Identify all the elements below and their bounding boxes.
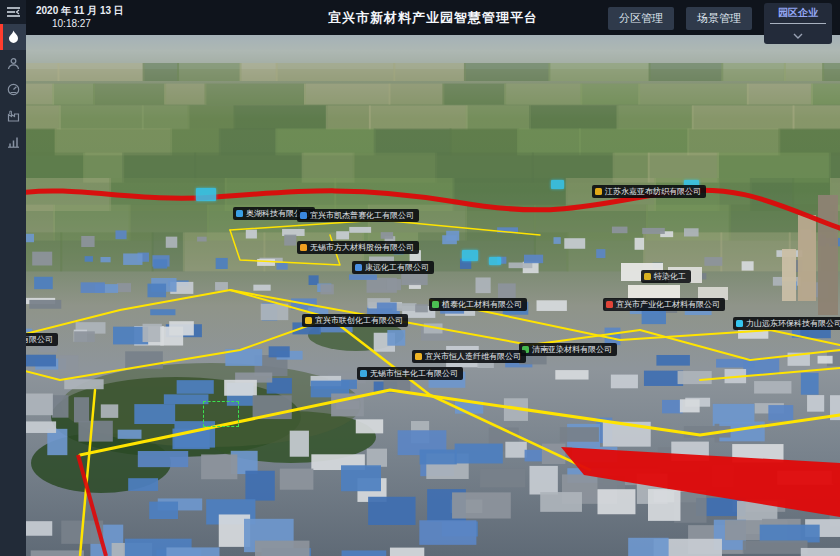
map-3d-view[interactable]: 奥湖科技有限公司宜兴市凯杰普赛化工有限公司无锡市方大材料股份有限公司康远化工有限… [26, 35, 840, 556]
scene-manage-button[interactable]: 场景管理 [686, 7, 752, 30]
header-actions: 分区管理 场景管理 园区企业 [608, 0, 832, 35]
map-company-label[interactable]: 力山远东环保科技有限公司 [733, 317, 840, 330]
sidebar [0, 0, 26, 556]
selection-box [203, 401, 239, 427]
map-company-label[interactable]: 无锡市方大材料股份有限公司 [297, 241, 419, 254]
map-company-label[interactable]: 无锡市恒丰化工有限公司 [357, 367, 463, 380]
bar-chart-icon [7, 135, 20, 148]
company-label-text: 无锡市方大材料股份有限公司 [310, 241, 414, 254]
company-label-text: 宜兴市联创化工有限公司 [315, 314, 403, 327]
company-label-text: 无锡市恒丰化工有限公司 [370, 367, 458, 380]
dropdown-divider [770, 23, 826, 24]
gauge-icon [7, 83, 20, 96]
highlighted-building-marker[interactable] [489, 257, 501, 265]
highlighted-building-marker[interactable] [196, 188, 216, 201]
map-company-label[interactable]: 宜兴市产业化工材料有限公司 [603, 298, 725, 311]
flame-icon [7, 30, 20, 44]
menu-icon [6, 6, 21, 18]
map-company-label[interactable]: 特染化工 [641, 270, 691, 283]
company-marker-icon [606, 301, 613, 308]
highlighted-building-marker[interactable] [462, 250, 478, 261]
company-label-text: 植泰化工材料有限公司 [442, 298, 522, 311]
highlighted-building-marker[interactable] [551, 180, 564, 189]
app-window: 2020 年 11 月 13 日 10:18:27 宜兴市新材料产业园智慧管理平… [0, 0, 840, 556]
map-company-label[interactable]: 兴达化工有限公司 [26, 333, 58, 346]
sidebar-item-person[interactable] [0, 50, 26, 76]
map-company-label[interactable]: 清南亚染材料有限公司 [519, 343, 617, 356]
sidebar-item-fire[interactable] [0, 24, 26, 50]
company-marker-icon [415, 353, 422, 360]
company-label-text: 宜兴市产业化工材料有限公司 [616, 298, 720, 311]
company-label-text: 江苏永嘉亚布纺织有限公司 [605, 185, 701, 198]
sidebar-item-gauge[interactable] [0, 76, 26, 102]
person-icon [7, 57, 20, 70]
company-marker-icon [595, 188, 602, 195]
map-company-label[interactable]: 植泰化工材料有限公司 [429, 298, 527, 311]
company-label-text: 力山远东环保科技有限公司 [746, 317, 840, 330]
map-company-label[interactable]: 宜兴市凯杰普赛化工有限公司 [297, 209, 419, 222]
enterprise-dropdown-label: 园区企业 [770, 6, 826, 20]
company-marker-icon [644, 273, 651, 280]
company-marker-icon [736, 320, 743, 327]
menu-button[interactable] [0, 0, 26, 24]
top-header: 2020 年 11 月 13 日 10:18:27 宜兴市新材料产业园智慧管理平… [26, 0, 840, 35]
zone-manage-button[interactable]: 分区管理 [608, 7, 674, 30]
sidebar-item-factory[interactable] [0, 102, 26, 128]
company-label-text: 宜兴市凯杰普赛化工有限公司 [310, 209, 414, 222]
map-company-label[interactable]: 宜兴市联创化工有限公司 [302, 314, 408, 327]
company-label-text: 兴达化工有限公司 [26, 333, 53, 346]
company-label-text: 康远化工有限公司 [365, 261, 429, 274]
company-marker-icon [355, 264, 362, 271]
company-marker-icon [360, 370, 367, 377]
company-label-text: 宜兴市恒人造纤维有限公司 [425, 350, 521, 363]
enterprise-dropdown[interactable]: 园区企业 [764, 3, 832, 44]
company-label-text: 特染化工 [654, 270, 686, 283]
map-company-label[interactable]: 康远化工有限公司 [352, 261, 434, 274]
map-terrain [26, 35, 840, 556]
company-marker-icon [432, 301, 439, 308]
map-company-label[interactable]: 江苏永嘉亚布纺织有限公司 [592, 185, 706, 198]
company-marker-icon [300, 212, 307, 219]
company-marker-icon [300, 244, 307, 251]
map-company-label[interactable]: 宜兴市恒人造纤维有限公司 [412, 350, 526, 363]
company-label-text: 清南亚染材料有限公司 [532, 343, 612, 356]
company-marker-icon [305, 317, 312, 324]
sidebar-item-stats[interactable] [0, 128, 26, 154]
chevron-down-icon [793, 25, 803, 42]
factory-icon [7, 109, 20, 122]
company-marker-icon [236, 210, 243, 217]
